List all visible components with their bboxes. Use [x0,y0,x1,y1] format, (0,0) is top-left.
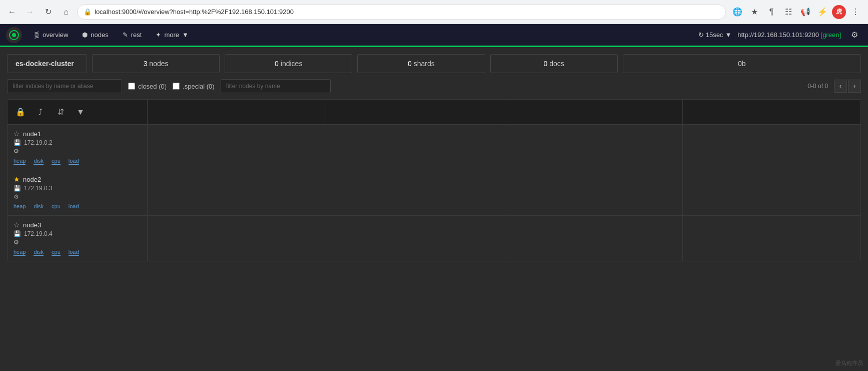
header-nodes-col: 🔒 ⤴ ⇵ ▼ [8,100,148,124]
node1-role-icon: ⚙ [14,148,19,155]
node1-load[interactable]: load [69,158,79,165]
node3-data-col4 [683,216,861,261]
node2-ip: 💾 172.19.0.3 [14,185,141,192]
nav-nodes[interactable]: ⬢ nodes [76,28,114,42]
node1-metrics: heap disk cpu load [14,158,141,165]
browser-chrome: ← → ↻ ⌂ 🔒 localhost:9000/#/overview?host… [0,0,868,24]
node3-data-col3 [504,216,683,261]
filter-indices-input[interactable] [7,79,122,93]
node2-cpu[interactable]: cpu [52,203,61,210]
node2-role: ⚙ [14,193,141,200]
sort-az-icon[interactable]: ⇵ [54,105,68,119]
forward-button[interactable]: → [23,5,37,19]
node1-role: ⚙ [14,148,141,155]
stats-row: es-docker-cluster 3 nodes 0 indices 0 sh… [7,54,861,73]
node-cell-node2: ★ node2 💾 172.19.0.3 ⚙ heap disk cpu [8,170,148,215]
node3-ip: 💾 172.19.0.4 [14,230,141,237]
node1-data-col1 [148,125,326,170]
profile-avatar[interactable]: 虎 [832,5,846,19]
table-row: ☆ node3 💾 172.19.0.4 ⚙ heap disk cpu [8,216,860,261]
table-row: ☆ node1 💾 172.19.0.2 ⚙ heap disk cpu [8,125,860,170]
node2-metrics: heap disk cpu load [14,203,141,210]
node2-data-col3 [504,170,683,215]
node1-data-col3 [504,125,683,170]
nodes-label: nodes [149,60,168,68]
url-text: localhost:9000/#/overview?host=http:%2F%… [95,8,719,16]
address-bar[interactable]: 🔒 localhost:9000/#/overview?host=http:%2… [77,5,726,20]
nodes-count: 3 [144,60,150,68]
home-button[interactable]: ⌂ [59,5,73,19]
node1-heap[interactable]: heap [14,158,26,165]
special-checkbox[interactable] [173,83,180,90]
node2-role-icon: ⚙ [14,193,19,200]
node1-cpu[interactable]: cpu [52,158,61,165]
prev-page-button[interactable]: ‹ [834,80,847,93]
docs-count: 0 [543,60,549,68]
node3-cpu[interactable]: cpu [52,249,61,256]
node3-data-col1 [148,216,326,261]
filter-nodes-input[interactable] [221,79,331,93]
node2-heap[interactable]: heap [14,203,26,210]
lock-icon[interactable]: 🔒 [14,105,28,119]
shards-stat: 0 shards [357,54,485,73]
settings-button[interactable]: ⚙ [847,28,862,42]
size-stat: 0b [623,54,861,73]
nav-more[interactable]: ✦ more ▼ [150,28,195,42]
node2-load[interactable]: load [69,203,79,210]
reader-icon[interactable]: ¶ [764,5,779,20]
node3-star-icon[interactable]: ☆ [14,221,20,229]
pagination-text: 0-0 of 0 [807,83,828,90]
nav-overview[interactable]: ⋚ overview [28,28,74,42]
header-col-2 [326,100,505,124]
node3-disk[interactable]: disk [34,249,44,256]
node1-ip: 💾 172.19.0.2 [14,139,141,146]
node3-heap[interactable]: heap [14,249,26,256]
server-health: [green] [821,31,841,39]
indices-label: indices [281,60,303,68]
node2-data-col1 [148,170,326,215]
app-header: ⋚ overview ⬢ nodes ✎ rest ✦ more ▼ ↻ 15s… [0,24,868,47]
special-checkbox-label[interactable]: .special (0) [173,83,215,90]
more-dropdown-icon: ▼ [182,31,189,39]
node3-data-col2 [326,216,505,261]
node2-star-icon[interactable]: ★ [14,175,20,183]
browser-menu-icon[interactable]: ⋮ [848,5,863,20]
app-logo [6,27,22,43]
shards-label: shards [414,60,435,68]
node2-name-row: ★ node2 [14,175,141,183]
node1-name-row: ☆ node1 [14,130,141,138]
bookmark-icon[interactable]: ★ [747,5,762,20]
table-area: 🔒 ⤴ ⇵ ▼ ☆ node1 💾 [7,99,861,261]
node1-star-icon[interactable]: ☆ [14,130,20,138]
next-page-button[interactable]: › [848,80,861,93]
node2-disk[interactable]: disk [34,203,44,210]
refresh-dropdown-icon: ▼ [725,31,731,39]
node1-data-col2 [326,125,505,170]
main-content: es-docker-cluster 3 nodes 0 indices 0 sh… [0,47,868,371]
translate-icon[interactable]: 🌐 [730,5,745,20]
cluster-name: es-docker-cluster [7,54,87,73]
sort-dropdown-icon[interactable]: ▼ [74,105,88,119]
reload-button[interactable]: ↻ [41,5,55,19]
table-body: ☆ node1 💾 172.19.0.2 ⚙ heap disk cpu [8,125,860,261]
filter-row: closed (0) .special (0) 0-0 of 0 ‹ › [7,79,861,93]
node1-disk[interactable]: disk [34,158,44,165]
refresh-button[interactable]: ↻ 15sec ▼ [694,29,736,41]
expand-icon[interactable]: ⤴ [34,105,48,119]
node3-role: ⚙ [14,239,141,246]
table-row: ★ node2 💾 172.19.0.3 ⚙ heap disk cpu [8,170,860,216]
closed-checkbox-label[interactable]: closed (0) [128,83,167,90]
server-status: http://192.168.150.101:9200 [green] [737,31,841,39]
closed-checkbox[interactable] [128,83,135,90]
nodes-stat: 3 nodes [92,54,220,73]
node3-role-icon: ⚙ [14,239,19,246]
extensions-icon[interactable]: ⚡ [815,5,830,20]
header-col-3 [504,100,683,124]
nav-rest[interactable]: ✎ rest [117,28,148,42]
watermark: 爱马程序员 [835,359,863,367]
feedback-icon[interactable]: 📢 [798,5,813,20]
node3-load[interactable]: load [69,249,79,256]
node3-disk-icon: 💾 [14,230,21,237]
back-button[interactable]: ← [5,5,19,19]
collections-icon[interactable]: ☷ [781,5,796,20]
